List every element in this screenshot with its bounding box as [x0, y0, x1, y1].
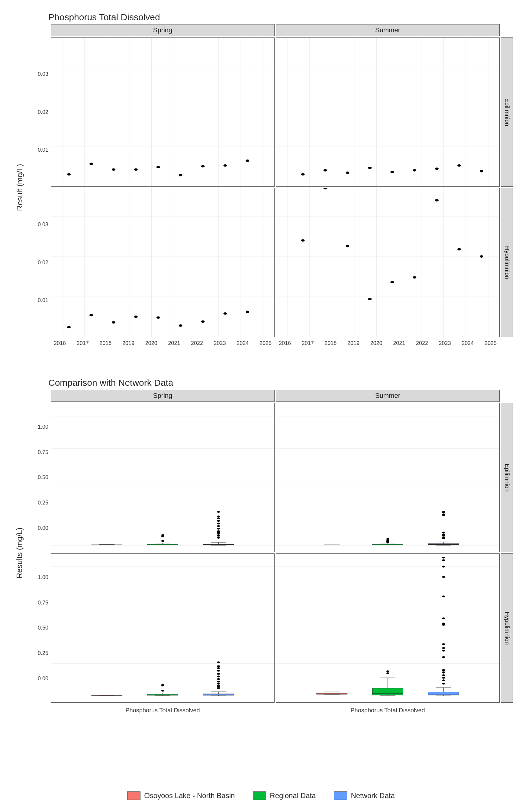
svg-point-62	[179, 324, 182, 327]
svg-point-123	[217, 517, 220, 519]
svg-point-15	[112, 168, 115, 171]
svg-point-40	[413, 169, 416, 171]
svg-point-243	[442, 557, 445, 559]
svg-point-81	[346, 245, 349, 247]
svg-point-238	[442, 617, 445, 619]
legend-swatch-icon	[127, 791, 140, 800]
svg-point-159	[442, 513, 445, 515]
box-panel-spring-epi	[51, 403, 275, 552]
svg-point-20	[223, 164, 227, 167]
svg-point-234	[442, 647, 445, 649]
svg-point-60	[134, 316, 138, 318]
svg-point-37	[346, 171, 349, 174]
legend-label: Network Data	[351, 791, 395, 800]
svg-point-191	[217, 683, 220, 685]
box-col-strip-spring: Spring	[51, 390, 275, 402]
svg-point-217	[386, 672, 389, 674]
svg-rect-151	[428, 544, 459, 545]
svg-point-42	[457, 164, 461, 167]
svg-point-192	[217, 681, 220, 683]
svg-point-199	[217, 661, 220, 663]
svg-point-85	[435, 199, 439, 202]
svg-point-193	[217, 678, 220, 680]
svg-point-156	[442, 533, 445, 535]
svg-point-229	[442, 672, 445, 674]
panel-spring-hypo	[51, 188, 275, 337]
svg-point-125	[217, 511, 220, 513]
legend-swatch-icon	[334, 791, 347, 800]
legend: Osoyoos Lake - North Basin Regional Data…	[0, 791, 522, 800]
svg-point-190	[217, 685, 220, 686]
svg-point-35	[301, 173, 305, 176]
svg-point-87	[480, 255, 483, 258]
scatter-chart-block: Phosphorus Total Dissolved Result (mg/L)…	[9, 12, 513, 357]
svg-point-240	[442, 576, 445, 578]
col-strip-spring: Spring	[51, 24, 275, 36]
boxplot-facet-grid: Results (mg/L) Spring Summer 1.000.750.5…	[9, 390, 513, 722]
svg-point-18	[179, 174, 182, 177]
svg-point-105	[161, 540, 164, 542]
box-row-strip-hypo: Hypolimnion	[501, 553, 513, 703]
svg-point-17	[157, 166, 160, 168]
svg-point-83	[390, 281, 394, 283]
boxplot-chart-block: Comparison with Network Data Results (mg…	[9, 378, 513, 722]
svg-point-79	[301, 239, 305, 242]
legend-label: Osoyoos Lake - North Basin	[144, 791, 235, 800]
svg-point-233	[442, 650, 445, 652]
row-strip-hypo: Hypolimnion	[501, 188, 513, 337]
svg-point-157	[442, 532, 445, 533]
box-col-strip-summer: Summer	[276, 390, 500, 402]
yticks-top-row1: 0.030.020.01	[32, 38, 49, 187]
box-row-strip-epi: Epilimnion	[501, 403, 513, 552]
svg-point-122	[217, 520, 220, 522]
panel-summer-hypo	[276, 188, 500, 337]
svg-point-115	[217, 535, 220, 537]
legend-item: Network Data	[334, 791, 395, 800]
svg-point-227	[442, 677, 445, 679]
svg-point-120	[217, 525, 220, 527]
svg-point-226	[442, 679, 445, 681]
row-strip-epi: Epilimnion	[501, 38, 513, 187]
svg-point-21	[246, 160, 249, 162]
box-yticks-row1: 1.000.750.500.250.00	[32, 403, 49, 552]
svg-point-19	[201, 165, 205, 168]
svg-rect-223	[428, 692, 459, 695]
svg-point-61	[157, 316, 160, 319]
svg-point-239	[442, 595, 445, 597]
svg-point-64	[223, 312, 227, 315]
svg-point-241	[442, 566, 445, 568]
svg-point-57	[67, 326, 71, 328]
box-panel-summer-epi	[276, 403, 500, 552]
panel-spring-epi	[51, 38, 275, 187]
box-xlabel-spring: Phosphorus Total Dissolved	[51, 704, 275, 722]
svg-point-39	[390, 171, 394, 173]
svg-point-225	[442, 683, 445, 685]
scatter-title: Phosphorus Total Dissolved	[48, 12, 513, 22]
svg-point-228	[442, 674, 445, 676]
yticks-top-row2: 0.030.020.01	[32, 188, 49, 337]
svg-point-231	[442, 669, 445, 671]
scatter-ylabel: Result (mg/L)	[9, 38, 30, 337]
svg-point-82	[368, 298, 372, 300]
svg-rect-215	[373, 688, 403, 695]
svg-point-107	[161, 534, 164, 536]
svg-point-237	[442, 623, 445, 624]
scatter-facet-grid: Result (mg/L) Spring Summer 0.030.020.01…	[9, 24, 513, 357]
svg-point-161	[442, 511, 445, 513]
box-panel-summer-hypo	[276, 553, 500, 703]
svg-point-124	[217, 515, 220, 517]
svg-point-179	[161, 690, 164, 692]
svg-point-16	[134, 168, 138, 171]
svg-point-242	[442, 559, 445, 561]
svg-point-63	[201, 321, 205, 323]
xticks-spring: 2016201720182019202020212022202320242025	[51, 338, 275, 357]
col-strip-summer: Summer	[276, 24, 500, 36]
panel-summer-epi	[276, 38, 500, 187]
svg-point-59	[112, 321, 115, 324]
svg-rect-209	[317, 693, 347, 694]
svg-point-65	[246, 311, 249, 313]
svg-point-86	[457, 248, 461, 250]
box-xlabel-summer: Phosphorus Total Dissolved	[276, 704, 500, 722]
legend-swatch-icon	[253, 791, 266, 800]
svg-point-195	[217, 673, 220, 675]
